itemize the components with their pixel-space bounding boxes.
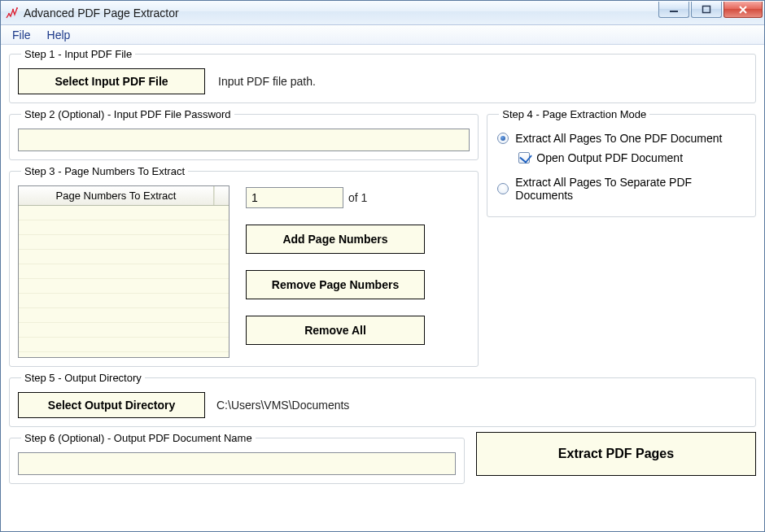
legend-step3: Step 3 - Page Numbers To Extract — [21, 165, 188, 177]
window-controls — [658, 1, 763, 24]
menu-file[interactable]: File — [4, 27, 39, 43]
output-pdf-name-input[interactable] — [18, 452, 456, 475]
input-pdf-path-label: Input PDF file path. — [218, 75, 316, 88]
remove-page-numbers-button[interactable]: Remove Page Numbers — [246, 270, 425, 299]
legend-step4: Step 4 - Page Extraction Mode — [499, 108, 649, 120]
group-step2: Step 2 (Optional) - Input PDF File Passw… — [9, 108, 479, 160]
page-numbers-column-spacer — [214, 186, 229, 205]
svg-rect-4 — [703, 6, 710, 12]
window-title: Advanced PDF Page Extractor — [24, 7, 179, 20]
page-from-input[interactable] — [246, 187, 343, 208]
svg-point-1 — [12, 9, 14, 11]
table-row — [19, 279, 229, 294]
legend-step1: Step 1 - Input PDF File — [21, 48, 135, 60]
table-row — [19, 308, 229, 323]
radio-extract-one[interactable]: Extract All Pages To One PDF Document — [497, 132, 747, 145]
checkbox-open-output-label: Open Output PDF Document — [536, 151, 683, 164]
menubar: File Help — [1, 25, 764, 45]
password-input[interactable] — [18, 129, 470, 151]
legend-step5: Step 5 - Output Directory — [21, 372, 145, 384]
close-button[interactable] — [723, 2, 763, 18]
legend-step6: Step 6 (Optional) - Output PDF Document … — [21, 432, 256, 444]
titlebar: Advanced PDF Page Extractor — [1, 1, 764, 25]
page-numbers-table[interactable]: Page Numbers To Extract — [18, 185, 230, 358]
table-row — [19, 206, 229, 220]
page-numbers-table-header: Page Numbers To Extract — [19, 186, 229, 206]
table-row — [19, 220, 229, 235]
minimize-icon — [669, 5, 679, 15]
checkbox-icon — [518, 152, 530, 164]
page-of-label: of 1 — [348, 191, 367, 204]
radio-extract-separate-label: Extract All Pages To Separate PDF Docume… — [515, 176, 747, 202]
table-row — [19, 338, 229, 352]
radio-icon — [497, 183, 509, 194]
table-row — [19, 294, 229, 308]
extract-pdf-pages-button[interactable]: Extract PDF Pages — [476, 432, 756, 476]
maximize-icon — [702, 5, 711, 15]
group-step1: Step 1 - Input PDF File Select Input PDF… — [9, 48, 756, 103]
maximize-button[interactable] — [691, 2, 722, 18]
remove-all-button[interactable]: Remove All — [246, 316, 425, 345]
group-step5: Step 5 - Output Directory Select Output … — [9, 372, 756, 427]
output-directory-path: C:\Users\VMS\Documents — [216, 399, 349, 412]
table-row — [19, 264, 229, 279]
radio-extract-separate[interactable]: Extract All Pages To Separate PDF Docume… — [497, 176, 747, 202]
close-icon — [738, 5, 748, 15]
svg-point-2 — [16, 7, 18, 9]
select-input-pdf-button[interactable]: Select Input PDF File — [18, 68, 205, 94]
page-numbers-column-header[interactable]: Page Numbers To Extract — [19, 186, 214, 205]
add-page-numbers-button[interactable]: Add Page Numbers — [246, 225, 425, 254]
radio-icon — [497, 133, 509, 144]
app-icon — [6, 7, 19, 20]
minimize-button[interactable] — [658, 2, 689, 18]
group-step4: Step 4 - Page Extraction Mode Extract Al… — [487, 108, 756, 217]
table-row — [19, 323, 229, 338]
radio-extract-one-label: Extract All Pages To One PDF Document — [515, 132, 722, 145]
svg-point-0 — [8, 13, 10, 15]
select-output-directory-button[interactable]: Select Output Directory — [18, 392, 205, 418]
table-row — [19, 250, 229, 264]
group-step6: Step 6 (Optional) - Output PDF Document … — [9, 432, 465, 484]
svg-rect-3 — [670, 11, 678, 12]
client-area: Step 1 - Input PDF File Select Input PDF… — [1, 45, 764, 491]
menu-help[interactable]: Help — [39, 27, 79, 43]
legend-step2: Step 2 (Optional) - Input PDF File Passw… — [21, 108, 234, 120]
page-numbers-table-body — [19, 206, 229, 357]
group-step3: Step 3 - Page Numbers To Extract Page Nu… — [9, 165, 479, 367]
table-row — [19, 235, 229, 250]
checkbox-open-output[interactable]: Open Output PDF Document — [518, 151, 747, 164]
